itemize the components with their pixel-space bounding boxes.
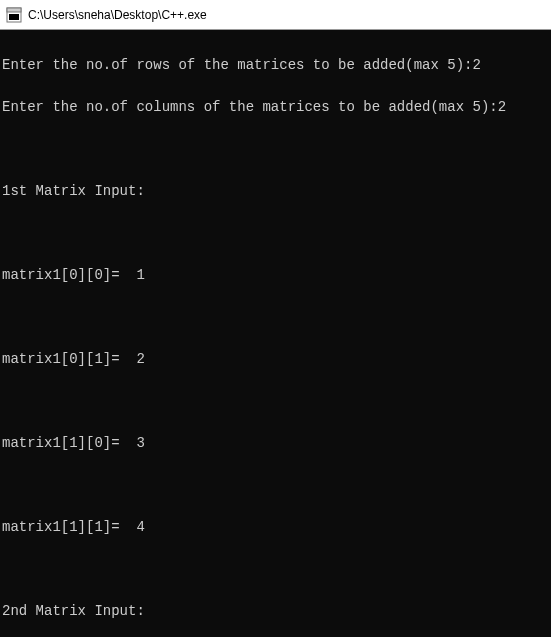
- svg-rect-1: [7, 8, 21, 12]
- blank-line: [2, 307, 549, 328]
- console-output[interactable]: Enter the no.of rows of the matrices to …: [0, 30, 551, 637]
- matrix1-heading: 1st Matrix Input:: [2, 181, 549, 202]
- matrix2-heading: 2nd Matrix Input:: [2, 601, 549, 622]
- titlebar: C:\Users\sneha\Desktop\C++.exe: [0, 0, 551, 30]
- blank-line: [2, 559, 549, 580]
- blank-line: [2, 223, 549, 244]
- blank-line: [2, 139, 549, 160]
- blank-line: [2, 475, 549, 496]
- app-icon: [6, 7, 22, 23]
- matrix1-entry: matrix1[0][1]= 2: [2, 349, 549, 370]
- matrix1-entry: matrix1[0][0]= 1: [2, 265, 549, 286]
- matrix1-entry: matrix1[1][0]= 3: [2, 433, 549, 454]
- blank-line: [2, 391, 549, 412]
- window-title: C:\Users\sneha\Desktop\C++.exe: [28, 8, 207, 22]
- prompt-rows: Enter the no.of rows of the matrices to …: [2, 55, 549, 76]
- prompt-cols: Enter the no.of columns of the matrices …: [2, 97, 549, 118]
- matrix1-entry: matrix1[1][1]= 4: [2, 517, 549, 538]
- svg-rect-2: [9, 14, 19, 20]
